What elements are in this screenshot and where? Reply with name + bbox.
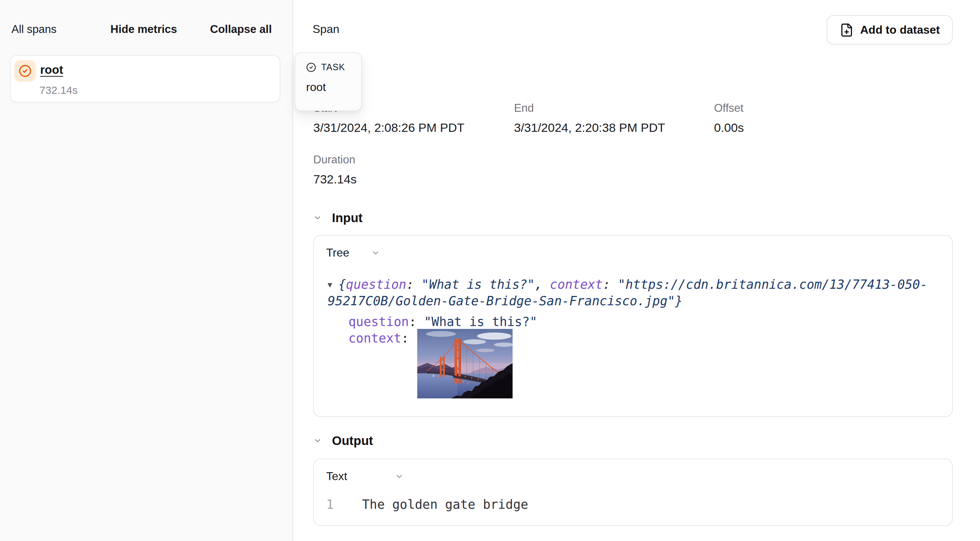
span-type-popup: TASK root [294,52,362,111]
output-view-select[interactable]: Text [326,470,404,484]
page-title: Span [313,23,339,36]
duration-value: 732.14s [313,172,356,187]
line-number: 1 [326,497,336,513]
golden-gate-bridge-photo[interactable] [418,329,513,398]
tree-view-content: ▼{question: "What is this?", context: "h… [328,277,940,398]
end-field: End 3/31/2024, 2:20:38 PM PDT [514,101,665,135]
chevron-down-icon [395,472,404,481]
duration-label: Duration [313,152,356,166]
triangle-down-icon[interactable]: ▼ [328,277,338,292]
add-to-dataset-label: Add to dataset [860,23,940,36]
chevron-down-icon [313,214,322,222]
tree-row-context: context: [348,330,940,398]
all-spans-filter[interactable]: All spans [11,22,57,36]
span-name-link[interactable]: root [40,63,63,77]
input-view-mode: Tree [326,246,350,260]
start-value: 3/31/2024, 2:08:26 PM PDT [313,121,465,135]
span-row-root[interactable]: root 732.14s [10,55,280,103]
chevron-down-icon [372,249,380,257]
add-to-dataset-button[interactable]: Add to dataset [827,15,953,44]
duration-field: Duration 732.14s [313,152,356,187]
output-view-mode: Text [326,470,347,484]
input-panel: Tree ▼{question: "What is this?", contex… [313,235,953,417]
file-plus-icon [840,22,854,37]
output-section-title: Output [332,433,373,449]
popup-span-name: root [306,81,350,94]
span-viewer-app: All spans Hide metrics Collapse all root… [0,0,980,541]
chevron-down-icon [313,436,322,445]
circle-check-icon [306,62,316,72]
output-code-line: 1 The golden gate bridge [326,497,940,513]
circle-check-icon [19,65,32,78]
hide-metrics-button[interactable]: Hide metrics [110,22,177,36]
task-status-tile [14,60,36,82]
tree-preview-line-2: 95217C0B/Golden-Gate-Bridge-San-Francisc… [328,294,940,309]
spans-sidebar: All spans Hide metrics Collapse all root… [0,0,293,541]
input-view-select[interactable]: Tree [326,246,380,260]
output-section-toggle[interactable]: Output [313,433,373,449]
collapse-all-button[interactable]: Collapse all [210,22,272,36]
input-section-title: Input [332,210,363,226]
offset-label: Offset [714,101,744,115]
tree-row-question: question: "What is this?" [348,314,940,330]
tree-preview-line-1: ▼{question: "What is this?", context: "h… [328,277,940,294]
output-text: The golden gate bridge [362,497,528,513]
span-type-label: TASK [321,62,345,72]
offset-value: 0.00s [714,121,744,135]
end-label: End [514,101,665,115]
span-duration: 732.14s [40,84,78,96]
end-value: 3/31/2024, 2:20:38 PM PDT [514,121,665,135]
output-panel: Text 1 The golden gate bridge [313,459,953,526]
offset-field: Offset 0.00s [714,101,744,135]
input-section-toggle[interactable]: Input [313,210,363,226]
span-detail-panel: Span Add to dataset TASK root Start 3/31… [294,0,980,541]
